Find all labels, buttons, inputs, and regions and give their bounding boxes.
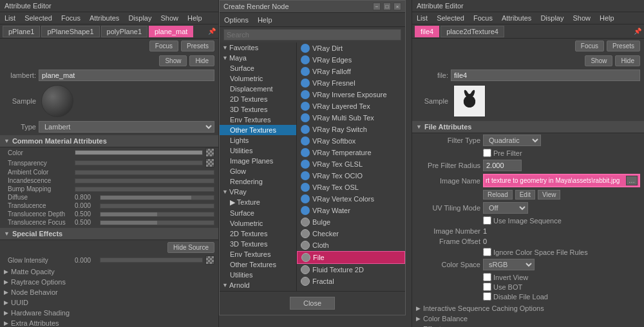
crn-close[interactable]: ×	[393, 3, 401, 10]
use-bot-checkbox[interactable]	[483, 283, 491, 291]
glow-slider[interactable]	[100, 257, 203, 263]
tab-pplaneshape1[interactable]: pPlaneShape1	[41, 26, 99, 37]
ambient-color-slider[interactable]	[75, 170, 214, 175]
invert-view-checkbox[interactable]	[483, 273, 491, 281]
tree-vray-env[interactable]: Env Textures	[220, 249, 296, 259]
tab-plane-mat[interactable]: plane_mat	[149, 26, 193, 37]
tree-volumetric[interactable]: Volumetric	[220, 73, 296, 84]
menu-selected[interactable]: Selected	[23, 14, 54, 23]
special-effects-section[interactable]: ▼ Special Effects	[0, 228, 218, 240]
menu-help[interactable]: Help	[185, 14, 204, 23]
file-attributes-section[interactable]: ▼ File Attributes	[412, 121, 644, 133]
tree-displacement[interactable]: Displacement	[220, 84, 296, 94]
interactive-seq-row[interactable]: ▶ Interactive Sequence Caching Options	[412, 303, 644, 313]
view-button[interactable]: View	[538, 190, 561, 200]
crn-search[interactable]	[223, 29, 401, 41]
hide-button[interactable]: Hide	[189, 55, 214, 66]
tree-vray[interactable]: ▼ VRay	[220, 187, 296, 197]
right-menu-attributes[interactable]: Attributes	[500, 14, 533, 23]
node-vray-ray[interactable]: VRay Ray Switch	[297, 124, 405, 135]
menu-show[interactable]: Show	[158, 14, 180, 23]
hardware-shading-row[interactable]: ▶ Hardware Shading	[0, 308, 218, 318]
tree-vray-texture[interactable]: ▶ Texture	[220, 197, 296, 208]
tree-arnold[interactable]: ▼ Arnold	[220, 280, 296, 290]
right-focus-button[interactable]: Focus	[575, 41, 604, 51]
presets-button[interactable]: Presets	[181, 41, 214, 51]
diffuse-slider[interactable]	[100, 195, 214, 200]
common-material-section[interactable]: ▼ Common Material Attributes	[0, 135, 218, 147]
disable-file-checkbox[interactable]	[483, 292, 491, 301]
menu-attributes[interactable]: Attributes	[88, 14, 121, 23]
effects-row[interactable]: ▶ Effects	[412, 324, 644, 327]
right-menu-display[interactable]: Display	[538, 14, 565, 23]
color-space-select[interactable]: sRGB	[483, 259, 535, 270]
tree-vray-2d[interactable]: 2D Textures	[220, 229, 296, 239]
crn-menu-help[interactable]: Help	[256, 15, 274, 24]
right-show-button[interactable]: Show	[585, 55, 612, 66]
reload-button[interactable]: Reload	[483, 190, 513, 200]
node-vray-softbox[interactable]: VRay Softbox	[297, 135, 405, 147]
lambert-input[interactable]	[39, 70, 214, 81]
node-vray-ocio[interactable]: VRay Tex OCIO	[297, 170, 405, 182]
ignore-rules-checkbox[interactable]	[483, 248, 491, 256]
node-vray-dirt[interactable]: VRay Dirt	[297, 42, 405, 54]
tree-vray-3d[interactable]: 3D Textures	[220, 239, 296, 249]
tree-image-planes[interactable]: Image Planes	[220, 156, 296, 166]
tab-polyplane1[interactable]: polyPlane1	[101, 26, 147, 37]
right-menu-help[interactable]: Help	[598, 14, 616, 23]
crn-close-button[interactable]: Close	[290, 297, 335, 310]
right-presets-button[interactable]: Presets	[607, 41, 640, 51]
tree-surface[interactable]: Surface	[220, 63, 296, 73]
tree-utilities[interactable]: Utilities	[220, 145, 296, 156]
image-name-input[interactable]	[486, 177, 625, 184]
right-hide-button[interactable]: Hide	[615, 55, 640, 66]
matte-opacity-row[interactable]: ▶ Matte Opacity	[0, 266, 218, 277]
right-menu-show[interactable]: Show	[571, 14, 592, 23]
tree-vray-utils[interactable]: Utilities	[220, 270, 296, 280]
type-select[interactable]: Lambert	[39, 121, 214, 133]
tree-vray-vol[interactable]: Volumetric	[220, 218, 296, 229]
menu-focus[interactable]: Focus	[59, 14, 82, 23]
node-fluid-2d[interactable]: Fluid Texture 2D	[297, 264, 405, 276]
tab-place2d[interactable]: place2dTexture4	[440, 26, 504, 37]
tree-vray-other[interactable]: Other Textures	[220, 259, 296, 270]
menu-display[interactable]: Display	[126, 14, 153, 23]
filter-type-select[interactable]: Quadratic	[483, 135, 541, 146]
pin-icon[interactable]: 📌	[208, 28, 216, 35]
tree-rendering[interactable]: Rendering	[220, 176, 296, 187]
incandescence-slider[interactable]	[75, 178, 214, 183]
node-vray-vertex[interactable]: VRay Vertex Colors	[297, 193, 405, 205]
crn-maximize[interactable]: □	[383, 3, 391, 10]
node-vray-edges[interactable]: VRay Edges	[297, 54, 405, 66]
pre-filter-radius-input[interactable]	[483, 160, 522, 171]
node-vray-falloff[interactable]: VRay Falloff	[297, 66, 405, 77]
node-behavior-row[interactable]: ▶ Node Behavior	[0, 287, 218, 297]
translucence-slider[interactable]	[100, 203, 214, 209]
tree-glow[interactable]: Glow	[220, 166, 296, 176]
tree-3d-textures[interactable]: 3D Textures	[220, 104, 296, 115]
node-vray-glsl[interactable]: VRay Tex GLSL	[297, 158, 405, 170]
tree-2d-textures[interactable]: 2D Textures	[220, 94, 296, 104]
node-file[interactable]: File	[297, 251, 405, 264]
node-checker[interactable]: Checker	[297, 228, 405, 239]
right-menu-list[interactable]: List	[415, 14, 430, 23]
node-vray-osl[interactable]: VRay Tex OSL	[297, 182, 405, 193]
color-balance-row[interactable]: ▶ Color Balance	[412, 313, 644, 324]
translucence-depth-slider[interactable]	[100, 212, 214, 217]
bump-mapping-slider[interactable]	[75, 187, 214, 192]
tree-vray-surface[interactable]: Surface	[220, 208, 296, 218]
node-vray-multi[interactable]: VRay Multi Sub Tex	[297, 112, 405, 124]
raytrace-options-row[interactable]: ▶ Raytrace Options	[0, 277, 218, 287]
node-cloth[interactable]: Cloth	[297, 239, 405, 251]
node-vray-inv-exp[interactable]: VRay Inverse Exposure	[297, 89, 405, 100]
hide-source-button[interactable]: Hide Source	[167, 242, 214, 253]
menu-list[interactable]: List	[3, 14, 17, 23]
node-vray-fresnel[interactable]: VRay Fresnel	[297, 77, 405, 89]
pre-filter-checkbox[interactable]	[483, 149, 491, 157]
transparency-slider[interactable]	[75, 160, 203, 165]
focus-button[interactable]: Focus	[149, 41, 178, 51]
tab-file4[interactable]: file4	[415, 26, 439, 37]
tree-favorites[interactable]: ▼ Favorites	[220, 42, 296, 53]
node-vray-temp[interactable]: VRay Temperature	[297, 147, 405, 158]
crn-menu-options[interactable]: Options	[222, 15, 251, 24]
